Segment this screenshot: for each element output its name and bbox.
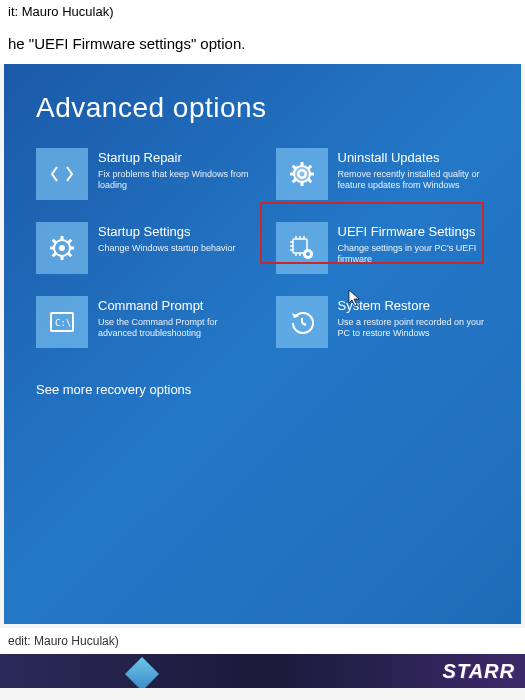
svg-rect-14 (69, 247, 74, 250)
svg-point-10 (59, 245, 65, 251)
tiles-grid: Startup Repair Fix problems that keep Wi… (36, 148, 489, 348)
tile-system-restore[interactable]: System Restore Use a restore point recor… (276, 296, 490, 348)
tile-desc: Use a restore point recorded on your PC … (338, 317, 490, 340)
svg-text:C:\: C:\ (55, 318, 71, 328)
tile-startup-settings[interactable]: Startup Settings Change Windows startup … (36, 222, 250, 274)
tile-title: Command Prompt (98, 298, 250, 314)
chip-gear-icon (276, 222, 328, 274)
svg-rect-12 (61, 255, 64, 260)
code-brackets-icon (36, 148, 88, 200)
svg-rect-2 (300, 181, 303, 186)
tile-title: Startup Repair (98, 150, 250, 166)
tile-desc: Remove recently installed quality or fea… (338, 169, 490, 192)
gem-icon (125, 657, 159, 688)
tile-title: System Restore (338, 298, 490, 314)
svg-rect-3 (290, 173, 295, 176)
banner-text: STARR (443, 660, 515, 683)
svg-rect-11 (61, 236, 64, 241)
tile-title: UEFI Firmware Settings (338, 224, 490, 240)
tile-desc: Fix problems that keep Windows from load… (98, 169, 250, 192)
svg-line-34 (302, 323, 306, 325)
tile-command-prompt[interactable]: C:\ Command Prompt Use the Command Promp… (36, 296, 250, 348)
tile-title: Startup Settings (98, 224, 250, 240)
ad-banner[interactable]: STARR (0, 654, 525, 688)
article-credit-bottom: edit: Mauro Huculak) (0, 628, 525, 654)
tile-desc: Change settings in your PC's UEFI firmwa… (338, 243, 490, 266)
tile-desc: Change Windows startup behavior (98, 243, 250, 255)
tile-startup-repair[interactable]: Startup Repair Fix problems that keep Wi… (36, 148, 250, 200)
tile-title: Uninstall Updates (338, 150, 490, 166)
svg-rect-13 (50, 247, 55, 250)
page-title: Advanced options (36, 92, 489, 124)
article-instruction: he "UEFI Firmware settings" option. (0, 23, 525, 64)
winre-advanced-options-screen: Advanced options Startup Repair Fix prob… (4, 64, 521, 624)
tile-uefi-firmware-settings[interactable]: UEFI Firmware Settings Change settings i… (276, 222, 490, 274)
see-more-recovery-options-link[interactable]: See more recovery options (36, 382, 489, 397)
article-credit-top: it: Mauro Huculak) (0, 0, 525, 23)
gear-icon (36, 222, 88, 274)
terminal-icon: C:\ (36, 296, 88, 348)
gear-icon (276, 148, 328, 200)
svg-rect-1 (300, 162, 303, 167)
restore-clock-icon (276, 296, 328, 348)
svg-rect-4 (309, 173, 314, 176)
tile-uninstall-updates[interactable]: Uninstall Updates Remove recently instal… (276, 148, 490, 200)
tile-desc: Use the Command Prompt for advanced trou… (98, 317, 250, 340)
svg-point-30 (306, 252, 310, 256)
